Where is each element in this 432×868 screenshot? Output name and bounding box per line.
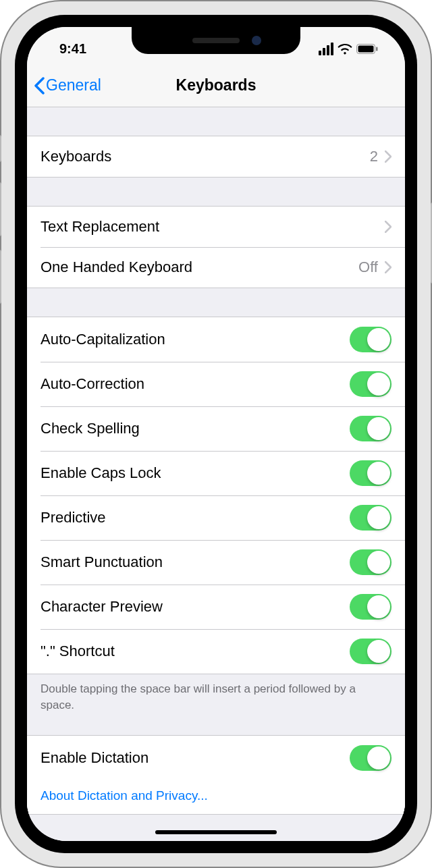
volume-up-button — [0, 182, 1, 236]
content-scroll[interactable]: Keyboards 2 Text Replacement — [27, 107, 405, 841]
chevron-right-icon — [385, 261, 392, 273]
row-label: Text Replacement — [40, 218, 159, 236]
group-dictation: Enable Dictation About Dictation and Pri… — [27, 735, 405, 815]
silence-switch — [0, 135, 1, 162]
status-time: 9:41 — [47, 34, 86, 57]
front-camera — [252, 36, 261, 45]
volume-down-button — [0, 250, 1, 304]
row-toggle[interactable]: Enable Caps Lock — [27, 451, 405, 495]
navigation-bar: General Keyboards — [27, 64, 405, 107]
row-enable-dictation[interactable]: Enable Dictation — [27, 736, 405, 780]
svg-rect-1 — [358, 46, 374, 53]
row-toggle[interactable]: Auto-Capitalization — [27, 317, 405, 362]
home-indicator[interactable] — [155, 830, 277, 834]
row-toggle[interactable]: Character Preview — [27, 585, 405, 629]
battery-icon — [356, 44, 378, 54]
toggle-switch[interactable] — [350, 416, 392, 441]
row-toggle[interactable]: Auto-Correction — [27, 362, 405, 406]
row-one-handed-keyboard[interactable]: One Handed Keyboard Off — [27, 247, 405, 288]
group-typing-options: Auto-CapitalizationAuto-CorrectionCheck … — [27, 317, 405, 674]
chevron-right-icon — [385, 221, 392, 233]
toggle-switch[interactable] — [350, 639, 392, 664]
row-toggle[interactable]: "." Shortcut — [27, 629, 405, 674]
back-label: General — [46, 76, 101, 94]
toggle-switch[interactable] — [350, 460, 392, 486]
row-label: Keyboards — [40, 148, 111, 165]
row-value: 2 — [370, 148, 378, 165]
row-label: Auto-Correction — [40, 375, 144, 393]
link-about-dictation-privacy[interactable]: About Dictation and Privacy... — [27, 780, 405, 814]
row-toggle[interactable]: Smart Punctuation — [27, 540, 405, 585]
row-text-replacement[interactable]: Text Replacement — [27, 207, 405, 247]
wifi-icon — [338, 44, 352, 55]
group-footer-text: Double tapping the space bar will insert… — [27, 674, 405, 713]
group-keyboards: Keyboards 2 — [27, 136, 405, 178]
row-toggle[interactable]: Predictive — [27, 495, 405, 540]
status-indicators — [319, 36, 385, 55]
row-label: Enable Dictation — [40, 749, 148, 767]
toggle-switch[interactable] — [350, 327, 392, 352]
toggle-switch[interactable] — [350, 371, 392, 397]
row-label: One Handed Keyboard — [40, 259, 192, 276]
toggle-switch[interactable] — [350, 594, 392, 620]
cellular-signal-icon — [319, 43, 333, 55]
row-value: Off — [358, 259, 378, 276]
row-label: Auto-Capitalization — [40, 331, 165, 348]
screen: 9:41 Gen — [27, 27, 405, 841]
notch — [132, 27, 300, 54]
svg-rect-2 — [376, 47, 378, 51]
group-text: Text Replacement One Handed Keyboard Off — [27, 206, 405, 288]
chevron-right-icon — [385, 151, 392, 163]
toggle-enable-dictation[interactable] — [350, 745, 392, 771]
row-label: Predictive — [40, 509, 106, 526]
row-keyboards[interactable]: Keyboards 2 — [27, 136, 405, 177]
row-label: Enable Caps Lock — [40, 464, 161, 482]
row-label: Smart Punctuation — [40, 553, 163, 571]
speaker-grille — [192, 38, 240, 43]
row-label: Check Spelling — [40, 420, 140, 437]
chevron-left-icon — [34, 77, 45, 94]
toggle-switch[interactable] — [350, 549, 392, 575]
row-label: "." Shortcut — [40, 643, 115, 660]
toggle-switch[interactable] — [350, 505, 392, 531]
row-label: Character Preview — [40, 598, 163, 616]
device-frame: 9:41 Gen — [0, 0, 432, 868]
back-button[interactable]: General — [27, 76, 101, 94]
row-toggle[interactable]: Check Spelling — [27, 406, 405, 451]
